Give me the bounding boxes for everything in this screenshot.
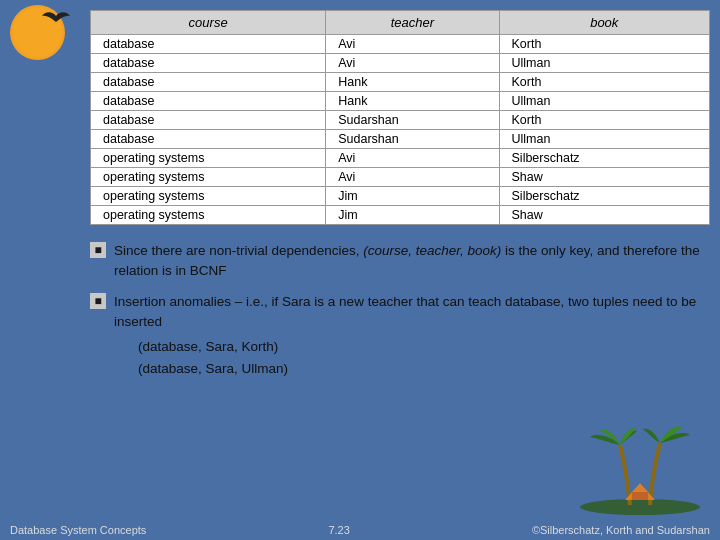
footer-left: Database System Concepts: [10, 524, 146, 536]
table-row: operating systemsAviSilberschatz: [91, 149, 710, 168]
italic-text-1: (course, teacher, book): [363, 243, 501, 258]
cell-1-1: Avi: [326, 54, 499, 73]
cell-8-2: Silberschatz: [499, 187, 709, 206]
palm-tree-decoration: [575, 425, 705, 515]
indented-text: (database, Sara, Korth) (database, Sara,…: [138, 336, 710, 379]
bullet-icon-2: ■: [90, 293, 106, 309]
cell-9-0: operating systems: [91, 206, 326, 225]
cell-1-0: database: [91, 54, 326, 73]
cell-9-1: Jim: [326, 206, 499, 225]
palm-tree-svg: [575, 425, 705, 515]
cell-2-1: Hank: [326, 73, 499, 92]
cell-3-2: Ullman: [499, 92, 709, 111]
cell-2-0: database: [91, 73, 326, 92]
cell-5-2: Ullman: [499, 130, 709, 149]
footer: Database System Concepts 7.23 ©Silbersch…: [0, 524, 720, 536]
cell-4-0: database: [91, 111, 326, 130]
data-table: course teacher book databaseAviKorthdata…: [90, 10, 710, 225]
cell-4-1: Sudarshan: [326, 111, 499, 130]
bullet-icon-1: ■: [90, 242, 106, 258]
cell-3-1: Hank: [326, 92, 499, 111]
col-header-course: course: [91, 11, 326, 35]
table-row: operating systemsAviShaw: [91, 168, 710, 187]
bullet-2: ■ Insertion anomalies – i.e., if Sara is…: [90, 292, 710, 380]
cell-7-0: operating systems: [91, 168, 326, 187]
footer-right: ©Silberschatz, Korth and Sudarshan: [532, 524, 710, 536]
table-row: databaseAviUllman: [91, 54, 710, 73]
cell-7-1: Avi: [326, 168, 499, 187]
col-header-teacher: teacher: [326, 11, 499, 35]
table-row: databaseSudarshanUllman: [91, 130, 710, 149]
cell-2-2: Korth: [499, 73, 709, 92]
cell-7-2: Shaw: [499, 168, 709, 187]
cell-1-2: Ullman: [499, 54, 709, 73]
svg-rect-2: [632, 492, 648, 500]
cell-6-1: Avi: [326, 149, 499, 168]
cell-0-1: Avi: [326, 35, 499, 54]
table-row: databaseHankKorth: [91, 73, 710, 92]
bullet-text-2: Insertion anomalies – i.e., if Sara is a…: [114, 292, 710, 333]
cell-3-0: database: [91, 92, 326, 111]
cell-4-2: Korth: [499, 111, 709, 130]
bullet-1: ■ Since there are non-trivial dependenci…: [90, 241, 710, 282]
cell-5-1: Sudarshan: [326, 130, 499, 149]
footer-center: 7.23: [328, 524, 349, 536]
cell-6-0: operating systems: [91, 149, 326, 168]
table-row: databaseAviKorth: [91, 35, 710, 54]
bullet-text-1: Since there are non-trivial dependencies…: [114, 241, 710, 282]
cell-8-0: operating systems: [91, 187, 326, 206]
main-container: course teacher book databaseAviKorthdata…: [0, 0, 720, 540]
bullet-2-content: Insertion anomalies – i.e., if Sara is a…: [114, 292, 710, 380]
table-row: databaseHankUllman: [91, 92, 710, 111]
cell-5-0: database: [91, 130, 326, 149]
cell-0-2: Korth: [499, 35, 709, 54]
table-row: databaseSudarshanKorth: [91, 111, 710, 130]
bird-icon: [42, 8, 70, 30]
cell-9-2: Shaw: [499, 206, 709, 225]
cell-0-0: database: [91, 35, 326, 54]
col-header-book: book: [499, 11, 709, 35]
svg-point-0: [580, 499, 700, 515]
table-row: operating systemsJimSilberschatz: [91, 187, 710, 206]
cell-6-2: Silberschatz: [499, 149, 709, 168]
table-row: operating systemsJimShaw: [91, 206, 710, 225]
cell-8-1: Jim: [326, 187, 499, 206]
